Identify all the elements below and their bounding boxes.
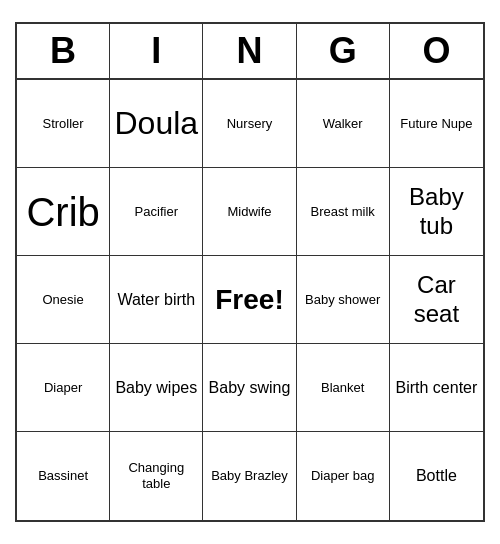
bingo-cell: Doula — [110, 80, 203, 168]
header-letter: O — [390, 24, 483, 78]
cell-text: Midwife — [227, 204, 271, 220]
bingo-cell: Free! — [203, 256, 296, 344]
header-letter: N — [203, 24, 296, 78]
header-letter: G — [297, 24, 390, 78]
bingo-cell: Bassinet — [17, 432, 110, 520]
bingo-cell: Baby Brazley — [203, 432, 296, 520]
cell-text: Baby Brazley — [211, 468, 288, 484]
bingo-cell: Stroller — [17, 80, 110, 168]
bingo-cell: Car seat — [390, 256, 483, 344]
bingo-cell: Baby swing — [203, 344, 296, 432]
bingo-cell: Baby wipes — [110, 344, 203, 432]
cell-text: Baby wipes — [115, 378, 197, 397]
bingo-cell: Blanket — [297, 344, 390, 432]
cell-text: Changing table — [114, 460, 198, 491]
bingo-cell: Diaper — [17, 344, 110, 432]
cell-text: Car seat — [394, 271, 479, 329]
cell-text: Free! — [215, 283, 283, 317]
cell-text: Crib — [26, 188, 99, 236]
bingo-cell: Baby shower — [297, 256, 390, 344]
cell-text: Nursery — [227, 116, 273, 132]
cell-text: Water birth — [117, 290, 195, 309]
cell-text: Baby swing — [209, 378, 291, 397]
bingo-header: BINGO — [17, 24, 483, 80]
bingo-cell: Crib — [17, 168, 110, 256]
bingo-grid: StrollerDoulaNurseryWalkerFuture NupeCri… — [17, 80, 483, 520]
cell-text: Future Nupe — [400, 116, 472, 132]
bingo-cell: Birth center — [390, 344, 483, 432]
cell-text: Blanket — [321, 380, 364, 396]
bingo-cell: Changing table — [110, 432, 203, 520]
cell-text: Bassinet — [38, 468, 88, 484]
bingo-cell: Midwife — [203, 168, 296, 256]
bingo-card: BINGO StrollerDoulaNurseryWalkerFuture N… — [15, 22, 485, 522]
bingo-cell: Pacifier — [110, 168, 203, 256]
bingo-cell: Nursery — [203, 80, 296, 168]
cell-text: Pacifier — [135, 204, 178, 220]
cell-text: Birth center — [395, 378, 477, 397]
cell-text: Onesie — [42, 292, 83, 308]
cell-text: Breast milk — [311, 204, 375, 220]
cell-text: Baby tub — [394, 183, 479, 241]
cell-text: Doula — [114, 104, 198, 142]
bingo-cell: Baby tub — [390, 168, 483, 256]
bingo-cell: Onesie — [17, 256, 110, 344]
bingo-cell: Bottle — [390, 432, 483, 520]
cell-text: Stroller — [43, 116, 84, 132]
cell-text: Walker — [323, 116, 363, 132]
bingo-cell: Breast milk — [297, 168, 390, 256]
header-letter: B — [17, 24, 110, 78]
cell-text: Baby shower — [305, 292, 380, 308]
cell-text: Diaper bag — [311, 468, 375, 484]
bingo-cell: Walker — [297, 80, 390, 168]
bingo-cell: Diaper bag — [297, 432, 390, 520]
bingo-cell: Future Nupe — [390, 80, 483, 168]
cell-text: Diaper — [44, 380, 82, 396]
header-letter: I — [110, 24, 203, 78]
bingo-cell: Water birth — [110, 256, 203, 344]
cell-text: Bottle — [416, 466, 457, 485]
